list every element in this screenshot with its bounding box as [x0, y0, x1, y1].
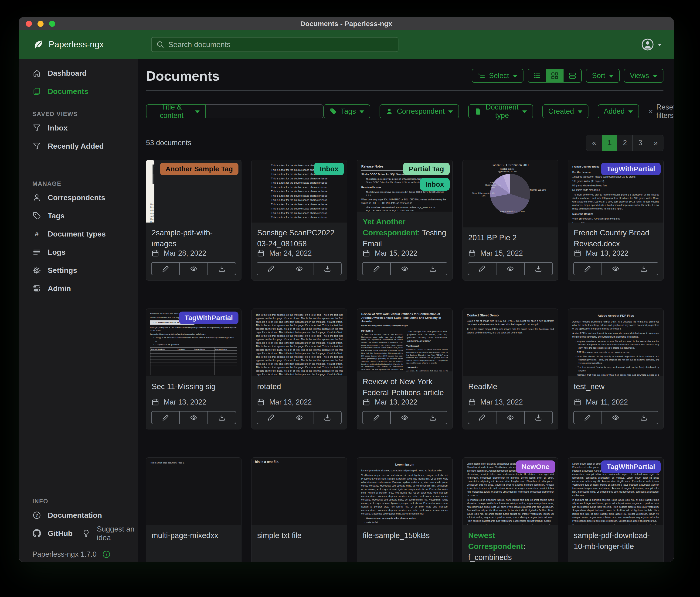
document-title[interactable]: test_new — [568, 376, 664, 392]
sidebar-item-recently-added[interactable]: Recently Added — [19, 140, 138, 152]
document-correspondent[interactable]: Yet Another Correspondent — [362, 217, 418, 237]
preview-document-button[interactable] — [602, 411, 630, 424]
view-grid-button[interactable] — [546, 69, 564, 82]
document-title[interactable]: Yet Another Correspondent: Testing Email — [357, 212, 452, 249]
sidebar-item-admin[interactable]: Admin — [19, 282, 138, 295]
edit-document-button[interactable] — [257, 262, 285, 275]
sidebar-item-documents[interactable]: Documents — [19, 85, 138, 98]
document-thumbnail[interactable]: Review of New York Federal Petitions for… — [357, 309, 452, 372]
pagination-page-3[interactable]: 3 — [632, 135, 648, 151]
preview-document-button[interactable] — [180, 262, 208, 275]
tag-badge[interactable]: Partial Tag — [403, 163, 449, 175]
document-thumbnail[interactable]: Adobe Acrobat PDF FilesAdobe® Portable D… — [568, 309, 664, 376]
document-card[interactable]: Adobe Acrobat PDF FilesAdobe® Portable D… — [568, 309, 664, 429]
info-circle-icon[interactable]: i — [102, 550, 110, 558]
tag-badge[interactable]: TagWithPartial — [601, 163, 661, 175]
sidebar-item-dashboard[interactable]: Dashboard — [19, 67, 138, 80]
search-input[interactable]: Search documents — [151, 37, 398, 52]
preview-document-button[interactable] — [497, 411, 525, 424]
tag-badge[interactable]: Inbox — [420, 178, 450, 191]
document-card[interactable]: French Country BreadFor the Leaven1 heap… — [568, 160, 664, 280]
document-thumbnail[interactable]: Lorem ipsumLorem ipsum dolor sit amet, c… — [357, 458, 452, 525]
pagination-page-2[interactable]: 2 — [617, 135, 632, 151]
document-card[interactable]: Contact Sheet DemoGiven a set of image f… — [463, 309, 558, 429]
document-title[interactable]: simple txt file — [251, 525, 347, 541]
document-correspondent[interactable]: Newest Correspondent — [468, 531, 524, 551]
created-filter-dropdown[interactable]: Created — [542, 104, 589, 118]
document-title[interactable]: file-sample_150kBs — [357, 525, 452, 541]
document-title[interactable]: Sonstige ScanPC2022 03-24_081058 — [251, 222, 347, 249]
document-type-filter-dropdown[interactable]: Document type — [468, 104, 533, 118]
preview-document-button[interactable] — [180, 411, 208, 424]
edit-document-button[interactable] — [362, 411, 391, 424]
download-document-button[interactable] — [630, 262, 658, 275]
download-document-button[interactable] — [419, 411, 447, 424]
tag-badge[interactable]: Another Sample Tag — [160, 163, 239, 175]
edit-document-button[interactable] — [573, 262, 602, 275]
document-title[interactable]: 2sample-pdf-with-images — [146, 222, 241, 249]
download-document-button[interactable] — [630, 411, 658, 424]
document-thumbnail[interactable]: This is a test file. — [251, 458, 347, 525]
document-title[interactable]: Sec 11-Missing sig — [146, 376, 241, 392]
fullscreen-button[interactable] — [49, 21, 55, 27]
sidebar-item-github[interactable]: GitHub — [19, 527, 73, 540]
view-cards-button[interactable] — [564, 69, 581, 82]
preview-document-button[interactable] — [602, 262, 630, 275]
download-document-button[interactable] — [314, 262, 342, 275]
download-document-button[interactable] — [419, 262, 447, 275]
title-content-input[interactable] — [206, 104, 323, 118]
document-thumbnail[interactable]: Boundary Waters TripCurabitur bibendum a… — [146, 160, 154, 222]
sidebar-item-documentation[interactable]: ? Documentation — [19, 509, 138, 522]
document-thumbnail[interactable]: Patient BP Distribution 2011Normal, 150,… — [463, 160, 558, 228]
document-card[interactable]: This is a test file.simple txt file — [251, 458, 347, 562]
tags-filter-dropdown[interactable]: Tags — [323, 104, 370, 118]
document-card[interactable]: This is the text that appears on the fir… — [251, 309, 347, 429]
download-document-button[interactable] — [208, 262, 236, 275]
sidebar-item-correspondents[interactable]: Correspondents — [19, 191, 138, 204]
document-card[interactable]: Release NotesSimba ODBC Driver for SQL S… — [357, 160, 452, 280]
sidebar-item-inbox[interactable]: Inbox — [19, 121, 138, 135]
title-content-dropdown[interactable]: Title & content — [146, 104, 206, 118]
document-title[interactable]: Review-of-New-York-Federal-Petitions-art… — [357, 372, 452, 398]
added-filter-dropdown[interactable]: Added — [598, 104, 639, 118]
document-card[interactable]: This is a multi page document. Page 1.mu… — [146, 458, 241, 562]
correspondent-filter-dropdown[interactable]: Correspondent — [380, 104, 459, 118]
tag-badge[interactable]: TagWithPartial — [601, 460, 661, 473]
sort-dropdown[interactable]: Sort — [586, 69, 620, 83]
edit-document-button[interactable] — [362, 262, 391, 275]
document-title[interactable]: sample-pdf-download-10-mb-longer-title — [568, 525, 664, 552]
reset-filters-button[interactable]: × Reset filters — [648, 103, 674, 120]
user-menu[interactable] — [641, 30, 661, 59]
document-card[interactable]: Lorem ipsum dolor sit amet, consectetur … — [568, 458, 664, 562]
download-document-button[interactable] — [525, 411, 553, 424]
document-card[interactable]: Review of New York Federal Petitions for… — [357, 309, 452, 429]
brand[interactable]: Paperless-ngx — [33, 30, 104, 59]
preview-document-button[interactable] — [285, 411, 314, 424]
preview-document-button[interactable] — [497, 262, 525, 275]
document-card[interactable]: This is a test for the double space char… — [251, 160, 347, 280]
document-card[interactable]: Application for Medical Staff Membership… — [146, 309, 241, 429]
document-thumbnail[interactable]: This is the text that appears on the fir… — [251, 309, 347, 376]
download-document-button[interactable] — [208, 411, 236, 424]
sidebar-item-tags[interactable]: Tags — [19, 209, 138, 222]
document-title[interactable]: French Country Bread Revised.docx — [568, 222, 664, 249]
document-title[interactable]: 2011 BP Pie 2 — [463, 228, 558, 243]
preview-document-button[interactable] — [391, 411, 419, 424]
download-document-button[interactable] — [314, 411, 342, 424]
download-document-button[interactable] — [525, 262, 553, 275]
document-card[interactable]: Boundary Waters TripCurabitur bibendum a… — [146, 160, 241, 280]
pagination-next[interactable]: » — [648, 135, 663, 151]
document-title[interactable]: multi-page-mixedxx — [146, 525, 241, 541]
document-thumbnail[interactable]: This is a multi page document. Page 1. — [146, 458, 241, 525]
document-card[interactable]: Lorem ipsum dolor sit amet, consectetur … — [463, 458, 558, 562]
minimize-button[interactable] — [38, 21, 44, 27]
view-list-button[interactable] — [528, 69, 546, 82]
edit-document-button[interactable] — [257, 411, 285, 424]
edit-document-button[interactable] — [151, 262, 180, 275]
close-button[interactable] — [26, 21, 32, 27]
document-card[interactable]: Patient BP Distribution 2011Normal, 150,… — [463, 160, 558, 280]
edit-document-button[interactable] — [468, 262, 497, 275]
edit-document-button[interactable] — [151, 411, 180, 424]
tag-badge[interactable]: Inbox — [314, 163, 344, 175]
select-dropdown[interactable]: Select — [472, 69, 524, 83]
